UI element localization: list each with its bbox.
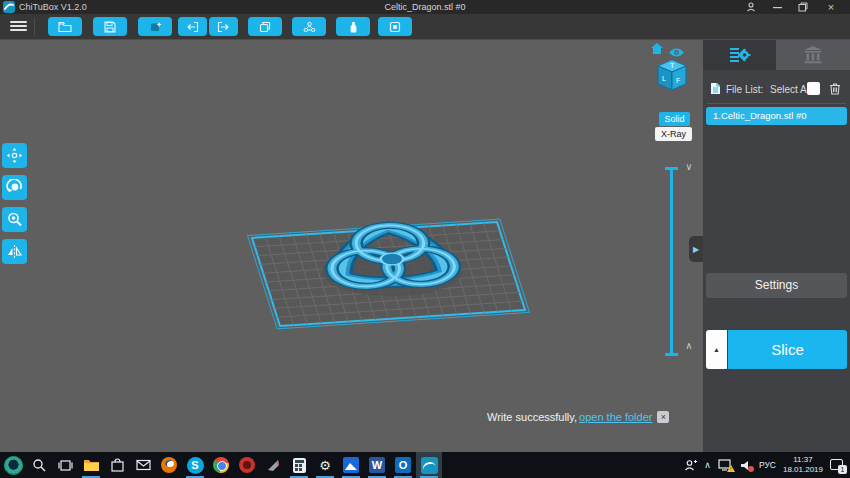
settings-list-icon [729, 46, 751, 64]
transform-tools [2, 143, 27, 271]
volume-muted-icon[interactable] [740, 460, 752, 471]
molecule-icon [303, 21, 316, 33]
taskbar-store[interactable] [104, 452, 130, 478]
trash-icon [829, 82, 841, 95]
file-list-label: File List: [726, 84, 763, 95]
clone-button[interactable] [248, 17, 282, 36]
notification-badge: 1 [838, 465, 847, 474]
taskbar-calculator[interactable] [286, 452, 312, 478]
search-icon [32, 458, 46, 472]
taskbar-red-app[interactable] [234, 452, 260, 478]
clock-date: 18.01.2019 [783, 465, 823, 474]
solid-mode-button[interactable]: Solid [659, 112, 690, 126]
move-tool-button[interactable] [2, 143, 27, 168]
slice-button[interactable]: Slice [728, 330, 847, 369]
copy-icon [259, 21, 271, 33]
clock[interactable]: 11:37 18.01.2019 [783, 455, 823, 475]
taskbar-word[interactable]: W [364, 452, 390, 478]
status-close-button[interactable]: × [657, 411, 669, 423]
mail-icon [136, 459, 151, 471]
open-file-button[interactable] [48, 17, 82, 36]
clock-time: 11:37 [793, 455, 812, 464]
taskbar-chitubox[interactable] [416, 452, 442, 478]
photos-icon [343, 457, 359, 473]
rocket-icon [266, 458, 281, 472]
cube-face-top[interactable]: T [670, 62, 675, 69]
people-icon[interactable] [684, 459, 697, 471]
right-panel: File List: Select All 1.Celtic_Dragon.st… [703, 40, 850, 452]
menu-button[interactable] [10, 19, 27, 34]
minimize-button[interactable] [766, 0, 788, 14]
panel-collapse-button[interactable]: ▶ [689, 236, 703, 262]
move-icon [6, 147, 23, 164]
taskbar-mail[interactable] [130, 452, 156, 478]
maximize-button[interactable] [792, 0, 814, 14]
view-cube[interactable]: T L F [653, 57, 691, 99]
resin-bottle-button[interactable] [336, 17, 370, 36]
arrange-button[interactable] [138, 17, 172, 36]
taskbar-file-explorer[interactable] [78, 452, 104, 478]
cube-face-left[interactable]: L [662, 75, 666, 82]
start-button[interactable] [0, 452, 26, 478]
select-all-label: Select All [770, 84, 811, 95]
taskbar-rocket-app[interactable] [260, 452, 286, 478]
tab-support[interactable] [776, 40, 850, 70]
panel-arrow-icon: ▶ [693, 245, 699, 254]
xray-mode-button[interactable]: X-Ray [655, 127, 692, 141]
windows-taskbar: S ⚙ W O ∧ ! РУС 11:37 18.01.2019 1 [0, 452, 850, 478]
explorer-folder-icon [83, 458, 100, 472]
open-folder-link[interactable]: open the folder [579, 411, 652, 423]
cube-face-front[interactable]: F [676, 77, 680, 84]
account-button[interactable] [740, 0, 762, 14]
save-file-button[interactable] [93, 17, 127, 36]
skype-icon: S [187, 457, 204, 474]
scale-magnifier-icon [6, 211, 23, 228]
settings-button[interactable]: Settings [706, 273, 847, 298]
file-doc-icon [710, 82, 721, 97]
chitubox-icon [421, 457, 438, 474]
hollow-button[interactable] [292, 17, 326, 36]
home-icon [650, 42, 664, 56]
tray-expand-icon[interactable]: ∧ [704, 460, 711, 470]
taskbar-skype[interactable]: S [182, 452, 208, 478]
dig-hole-button[interactable] [378, 17, 412, 36]
bottle-icon [349, 21, 358, 33]
main-toolbar [0, 14, 850, 40]
file-list-divider [707, 103, 846, 104]
red-app-icon [239, 457, 255, 473]
layer-slider[interactable] [670, 169, 673, 354]
network-status-icon[interactable]: ! [718, 459, 733, 471]
taskbar-blender[interactable] [156, 452, 182, 478]
folder-open-icon [58, 21, 72, 33]
rotate-tool-button[interactable] [2, 175, 27, 200]
build-plate-scene [0, 40, 703, 452]
scale-tool-button[interactable] [2, 207, 27, 232]
export-button[interactable] [209, 17, 238, 36]
close-button[interactable]: × [820, 0, 842, 14]
blender-icon [161, 457, 177, 473]
chevron-up-icon[interactable]: ∧ [682, 340, 696, 351]
task-view-button[interactable] [52, 452, 78, 478]
slice-options-button[interactable]: ▲ [706, 330, 727, 369]
tab-file-settings[interactable] [703, 40, 776, 70]
language-indicator[interactable]: РУС [759, 460, 776, 470]
start-orb-icon [4, 456, 23, 475]
calculator-icon [293, 458, 306, 473]
delete-files-button[interactable] [829, 82, 841, 97]
action-center-button[interactable]: 1 [830, 459, 846, 472]
mirror-tool-button[interactable] [2, 239, 27, 264]
file-list-item[interactable]: 1.Celtic_Dragon.stl #0 [706, 107, 847, 125]
viewport-3d[interactable]: T L F Solid X-Ray ∨ ∧ ▶ Write successful… [0, 40, 703, 452]
taskbar-settings[interactable]: ⚙ [312, 452, 338, 478]
select-all-checkbox[interactable] [807, 82, 820, 95]
word-icon: W [369, 457, 385, 473]
chevron-down-icon[interactable]: ∨ [682, 161, 696, 172]
import-button[interactable] [178, 17, 207, 36]
svg-text:!: ! [730, 466, 731, 472]
taskbar-chrome[interactable] [208, 452, 234, 478]
taskbar-outlook[interactable]: O [390, 452, 416, 478]
taskbar-search-button[interactable] [26, 452, 52, 478]
gear-icon: ⚙ [319, 458, 331, 473]
taskbar-photos[interactable] [338, 452, 364, 478]
status-message: Write successfully, open the folder × [487, 411, 669, 423]
